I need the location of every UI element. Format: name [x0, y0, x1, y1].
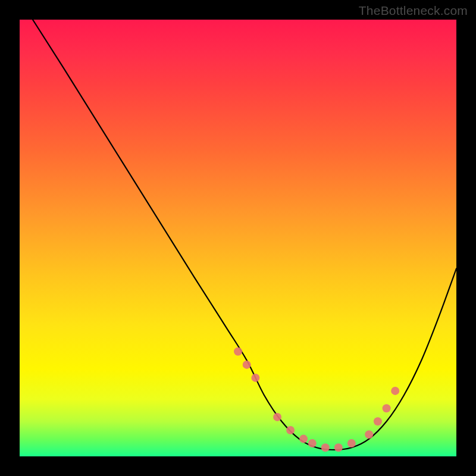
marker-point	[308, 439, 317, 447]
marker-group	[234, 347, 399, 452]
marker-point	[321, 443, 330, 452]
marker-point	[374, 417, 382, 425]
watermark-text: TheBottleneck.com	[359, 4, 468, 18]
marker-point	[391, 387, 399, 395]
marker-point	[286, 426, 295, 434]
marker-point	[234, 347, 242, 356]
marker-point	[365, 430, 373, 439]
marker-point	[243, 361, 251, 369]
marker-point	[299, 435, 308, 443]
bottleneck-curve-path	[33, 20, 456, 450]
marker-point	[347, 439, 356, 447]
marker-point	[334, 443, 343, 452]
marker-point	[383, 404, 391, 412]
plot-area	[20, 20, 456, 456]
marker-point	[251, 374, 259, 382]
chart-frame: TheBottleneck.com	[0, 0, 476, 476]
chart-svg	[20, 20, 456, 456]
marker-point	[273, 413, 281, 421]
